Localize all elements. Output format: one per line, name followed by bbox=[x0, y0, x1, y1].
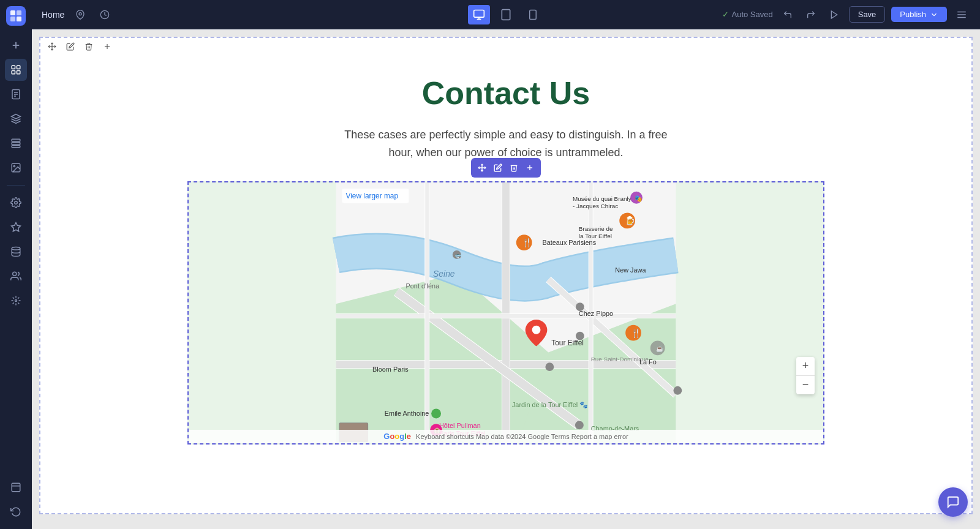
svg-text:Chez Pippo: Chez Pippo bbox=[579, 310, 613, 317]
sidebar bbox=[0, 0, 32, 529]
svg-line-26 bbox=[13, 298, 14, 299]
svg-text:Bateaux Parisiens: Bateaux Parisiens bbox=[542, 239, 596, 246]
svg-text:Pont d'Iéna: Pont d'Iéna bbox=[406, 282, 440, 290]
svg-rect-1 bbox=[17, 10, 21, 15]
publish-button[interactable]: Publish bbox=[891, 7, 947, 22]
svg-point-113 bbox=[532, 325, 541, 334]
menu-button[interactable] bbox=[953, 6, 970, 23]
sidebar-item-pages2[interactable] bbox=[5, 476, 27, 498]
view-mobile-button[interactable] bbox=[522, 5, 544, 24]
map-bottom-bar: Google Keyboard shortcuts Map data ©2024… bbox=[189, 430, 823, 443]
svg-rect-15 bbox=[12, 143, 20, 145]
map-copyright: Keyboard shortcuts Map data ©2024 Google… bbox=[416, 433, 628, 440]
svg-text:Jardin de la Tour Eiffel  🐾: Jardin de la Tour Eiffel 🐾 bbox=[512, 400, 588, 408]
page-content: Contact Us These cases are perfectly sim… bbox=[40, 38, 971, 493]
map-edit-button[interactable] bbox=[491, 160, 505, 175]
topbar-left: Home bbox=[42, 6, 468, 23]
zoom-in-button[interactable]: + bbox=[796, 357, 815, 375]
sidebar-item-sections[interactable] bbox=[5, 132, 27, 154]
svg-text:Bloom Paris: Bloom Paris bbox=[372, 366, 409, 373]
topbar-right: ✓ Auto Saved Save Publish bbox=[544, 6, 970, 23]
svg-point-105 bbox=[431, 408, 441, 418]
home-link[interactable]: Home bbox=[42, 10, 64, 20]
history-button[interactable] bbox=[96, 6, 113, 23]
view-tablet-button[interactable] bbox=[495, 5, 517, 24]
sidebar-item-brand[interactable] bbox=[5, 216, 27, 238]
svg-text:🍴: 🍴 bbox=[631, 328, 642, 338]
svg-rect-85 bbox=[545, 362, 554, 371]
app-logo[interactable] bbox=[6, 6, 26, 26]
svg-point-18 bbox=[13, 165, 15, 167]
map-content: Seine Pont d'Iéna Rue Saint-Dominique Ja… bbox=[189, 182, 823, 443]
sidebar-item-settings[interactable] bbox=[5, 192, 27, 214]
svg-rect-6 bbox=[12, 66, 15, 69]
svg-text:🍴: 🍴 bbox=[522, 238, 533, 248]
map-add-button[interactable] bbox=[522, 160, 537, 175]
map-delete-button[interactable] bbox=[507, 160, 521, 175]
svg-point-34 bbox=[79, 12, 81, 15]
svg-text:🚌: 🚌 bbox=[454, 251, 462, 258]
map-move-button[interactable] bbox=[475, 160, 489, 175]
zoom-out-button[interactable]: − bbox=[796, 376, 815, 394]
svg-rect-86 bbox=[673, 386, 682, 394]
view-desktop-button[interactable] bbox=[468, 5, 490, 24]
svg-rect-9 bbox=[17, 71, 20, 74]
svg-line-30 bbox=[13, 302, 14, 304]
svg-text:🎭: 🎭 bbox=[634, 193, 643, 202]
sidebar-item-members[interactable] bbox=[5, 265, 27, 287]
svg-line-27 bbox=[18, 302, 19, 304]
check-icon: ✓ bbox=[722, 10, 729, 19]
svg-point-21 bbox=[12, 247, 20, 250]
svg-text:🍺: 🍺 bbox=[625, 216, 636, 226]
sidebar-item-elements[interactable] bbox=[5, 108, 27, 130]
sidebar-divider-1 bbox=[7, 185, 25, 186]
preview-button[interactable] bbox=[826, 6, 843, 23]
svg-point-23 bbox=[15, 300, 17, 302]
sidebar-item-media[interactable] bbox=[5, 157, 27, 179]
sidebar-item-add[interactable] bbox=[5, 34, 27, 56]
svg-rect-32 bbox=[12, 483, 20, 492]
svg-text:La Fo: La Fo bbox=[639, 358, 657, 366]
topbar: Home ✓ Auto Saved Save bbox=[32, 0, 980, 29]
section-delete-button[interactable] bbox=[81, 39, 97, 54]
svg-rect-87 bbox=[575, 421, 584, 429]
svg-text:Seine: Seine bbox=[433, 268, 455, 278]
svg-rect-0 bbox=[10, 10, 15, 15]
canvas: Contact Us These cases are perfectly sim… bbox=[39, 37, 973, 514]
svg-text:- Jacques Chirac: - Jacques Chirac bbox=[573, 202, 618, 209]
svg-text:Hôtel Pullman: Hôtel Pullman bbox=[439, 422, 481, 429]
svg-rect-3 bbox=[17, 17, 21, 21]
svg-rect-8 bbox=[12, 71, 15, 74]
svg-text:View larger map: View larger map bbox=[345, 191, 398, 200]
section-edit-button[interactable] bbox=[62, 39, 78, 54]
svg-marker-20 bbox=[12, 223, 21, 231]
pin-tool-button[interactable] bbox=[72, 6, 89, 23]
sidebar-item-data[interactable] bbox=[5, 241, 27, 263]
sidebar-item-pages[interactable] bbox=[5, 83, 27, 105]
section-toolbar bbox=[40, 37, 119, 56]
chat-button[interactable] bbox=[938, 487, 968, 517]
svg-text:la Tour Eiffel: la Tour Eiffel bbox=[579, 233, 612, 239]
sidebar-item-history[interactable] bbox=[5, 501, 27, 523]
auto-saved-label: Auto Saved bbox=[732, 10, 773, 19]
svg-rect-7 bbox=[17, 66, 20, 69]
topbar-center bbox=[468, 5, 544, 24]
svg-text:Brasserie de: Brasserie de bbox=[579, 225, 613, 232]
publish-label: Publish bbox=[900, 10, 926, 19]
svg-text:☕: ☕ bbox=[656, 345, 664, 353]
sidebar-item-tools[interactable] bbox=[5, 290, 27, 312]
map-widget[interactable]: Seine Pont d'Iéna Rue Saint-Dominique Ja… bbox=[187, 181, 824, 445]
save-button[interactable]: Save bbox=[849, 6, 886, 23]
svg-point-19 bbox=[15, 201, 18, 204]
svg-text:New Jawa: New Jawa bbox=[615, 266, 646, 273]
main-area: Contact Us These cases are perfectly sim… bbox=[32, 29, 980, 529]
google-logo: Google bbox=[383, 432, 411, 441]
svg-text:Emile Anthoine: Emile Anthoine bbox=[385, 410, 429, 417]
section-move-button[interactable] bbox=[44, 39, 60, 54]
sidebar-item-blocks[interactable] bbox=[5, 59, 27, 81]
page-subtitle: These cases are perfectly simple and eas… bbox=[334, 126, 677, 162]
svg-rect-14 bbox=[12, 139, 20, 141]
redo-button[interactable] bbox=[802, 6, 820, 23]
section-add-button[interactable] bbox=[99, 39, 115, 54]
undo-button[interactable] bbox=[779, 6, 796, 23]
